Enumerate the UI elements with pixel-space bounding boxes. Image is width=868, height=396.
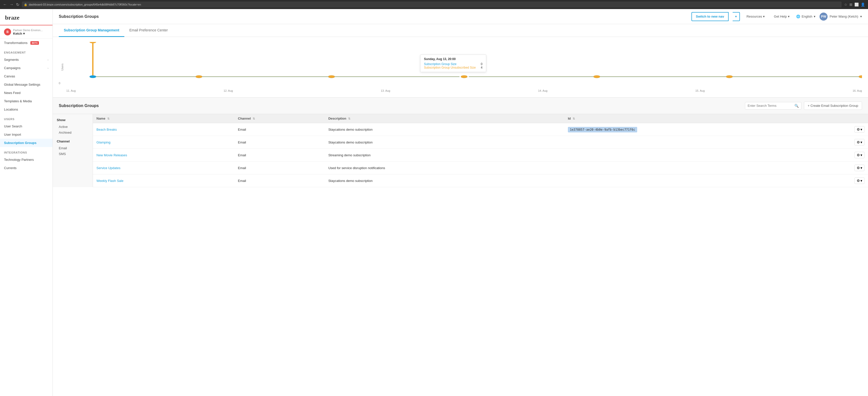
create-email-subscription-group-button[interactable]: + Create Email Subscription Group (804, 101, 862, 110)
row-gear-button[interactable]: ⚙ ▾ (855, 126, 865, 133)
browser-url-bar: 🔒 dashboard-03.braze.com/users/subscript… (22, 1, 842, 7)
language-chevron-icon: ▾ (814, 14, 815, 18)
table-layout: Show Active Archived Channel Email SMS (53, 114, 868, 187)
sidebar-item-news-feed[interactable]: News Feed (0, 89, 53, 97)
svg-point-15 (859, 75, 862, 78)
search-icon: 🔍 (795, 104, 799, 108)
extension-icon[interactable]: ⊞ (849, 2, 852, 6)
switch-nav-dropdown-button[interactable]: ▾ (733, 12, 740, 21)
row-gear-button[interactable]: ⚙ ▾ (855, 139, 865, 146)
subscription-groups-table: Name ⇅ Channel ⇅ Description (93, 114, 868, 187)
gear-dropdown-icon: ▾ (861, 140, 862, 144)
sidebar-item-subscription-groups[interactable]: Subscription Groups (0, 139, 53, 147)
chevron-right-icon: › (48, 58, 49, 61)
filter-option-sms[interactable]: SMS (57, 151, 89, 157)
x-label-4: 15. Aug (695, 89, 705, 92)
language-button[interactable]: 🌐 English ▾ (796, 14, 816, 18)
filter-option-email[interactable]: Email (57, 145, 89, 151)
svg-point-9 (89, 42, 96, 43)
sidebar-label-technology-partners: Technology Partners (4, 158, 34, 161)
workspace-label: Ketch ▾ (13, 32, 49, 35)
workspace-dropdown-icon: ▾ (23, 32, 25, 35)
td-channel: Email (234, 136, 325, 149)
browser-refresh-button[interactable]: ↻ (16, 2, 19, 7)
td-description: Streaming demo subscription (325, 149, 564, 161)
sort-channel-icon[interactable]: ⇅ (253, 117, 255, 120)
browser-bar: ← → ↻ 🔒 dashboard-03.braze.com/users/sub… (0, 0, 868, 9)
switch-to-new-nav-button[interactable]: Switch to new nav (691, 12, 729, 21)
chart-section: Users 0 (53, 37, 868, 97)
subscription-group-name-link[interactable]: Weekly Flash Sale (96, 179, 123, 183)
sidebar-item-locations[interactable]: Locations (0, 105, 53, 114)
sidebar-label-segments: Segments (4, 58, 19, 62)
td-id (564, 174, 851, 187)
sidebar-item-canvas[interactable]: Canvas (0, 72, 53, 81)
sort-id-icon[interactable]: ⇅ (572, 117, 575, 120)
browser-back-button[interactable]: ← (3, 2, 7, 7)
table-section-title: Subscription Groups (59, 103, 745, 108)
subscription-group-name-link[interactable]: Beach Breaks (96, 128, 117, 131)
row-gear-button[interactable]: ⚙ ▾ (855, 164, 865, 171)
td-description: Staycations demo subscription (325, 136, 564, 149)
sidebar-item-global-message-settings[interactable]: Global Message Settings (0, 81, 53, 89)
row-gear-button[interactable]: ⚙ ▾ (855, 177, 865, 184)
table-row: GlampingEmailStaycations demo subscripti… (93, 136, 868, 149)
row-gear-button[interactable]: ⚙ ▾ (855, 152, 865, 158)
user-name: Peter Wang (Ketch) (830, 14, 858, 18)
sidebar-label-templates-media: Templates & Media (4, 99, 32, 103)
browser-toolbar-icons: ☆ ⊞ ⬜ 👤 (844, 2, 865, 6)
sidebar-item-technology-partners[interactable]: Technology Partners (0, 156, 53, 164)
svg-point-11 (328, 75, 335, 78)
chart-container: Users 0 (59, 42, 862, 92)
user-menu-button[interactable]: PW Peter Wang (Ketch) ▾ (819, 12, 862, 21)
td-description: Staycations demo subscription (325, 123, 564, 136)
td-description: Used for service disruption notification… (325, 161, 564, 174)
sort-description-icon[interactable]: ⇅ (348, 117, 350, 120)
subscription-group-name-link[interactable]: Service Updates (96, 166, 120, 170)
sidebar-section-integrations: INTEGRATIONS (0, 147, 53, 156)
sidebar-item-transformations[interactable]: Transformations BETA (0, 39, 53, 47)
sidebar-item-user-import[interactable]: User Import (0, 130, 53, 139)
sidebar-item-templates-media[interactable]: Templates & Media (0, 97, 53, 105)
sort-name-icon[interactable]: ⇅ (107, 117, 110, 120)
browser-lock-icon: 🔒 (24, 3, 27, 6)
sidebar-item-segments[interactable]: Segments › (0, 56, 53, 64)
search-input[interactable] (748, 104, 793, 108)
browser-forward-button[interactable]: → (9, 2, 13, 7)
profile-icon[interactable]: 👤 (861, 2, 865, 6)
svg-point-2 (89, 75, 96, 78)
table-row: Beach BreaksEmailStaycations demo subscr… (93, 123, 868, 136)
sidebar-label-global-message-settings: Global Message Settings (4, 83, 40, 86)
table-row: Service UpdatesEmailUsed for service dis… (93, 161, 868, 174)
tooltip-unsubscribed-label: Subscription Group Unsubscribed Size (424, 66, 476, 69)
get-help-button[interactable]: Get Help ▾ (771, 13, 792, 20)
sidebar-label-news-feed: News Feed (4, 91, 21, 95)
table-head: Name ⇅ Channel ⇅ Description (93, 114, 868, 123)
tooltip-subscription-value: 0 (481, 62, 483, 66)
sidebar-item-campaigns[interactable]: Campaigns › (0, 64, 53, 72)
resources-button[interactable]: Resources ▾ (744, 13, 767, 20)
td-id (564, 149, 851, 161)
td-id (564, 161, 851, 174)
sidebar-workspace-selector[interactable]: B Partner Demo Environ... Ketch ▾ (0, 25, 53, 39)
sidebar-item-user-search[interactable]: User Search (0, 122, 53, 130)
filter-option-active[interactable]: Active (57, 124, 89, 130)
window-icon[interactable]: ⬜ (855, 2, 859, 6)
td-channel: Email (234, 174, 325, 187)
tab-bar: Subscription Group Management Email Pref… (53, 24, 868, 37)
tab-subscription-group-management[interactable]: Subscription Group Management (59, 24, 124, 37)
subscription-group-name-link[interactable]: Glamping (96, 141, 111, 144)
sidebar-label-campaigns: Campaigns (4, 66, 21, 70)
subscription-group-name-link[interactable]: New Movie Releases (96, 153, 127, 157)
gear-dropdown-icon: ▾ (861, 179, 862, 183)
x-label-1: 12. Aug (223, 89, 233, 92)
filter-option-archived[interactable]: Archived (57, 130, 89, 135)
tab-email-preference-center[interactable]: Email Preference Center (124, 24, 173, 37)
sidebar-label-user-search: User Search (4, 124, 22, 128)
col-header-actions (851, 114, 868, 123)
bookmark-icon[interactable]: ☆ (844, 2, 847, 6)
main-content: Subscription Group Management Email Pref… (53, 24, 868, 396)
sidebar-item-currents[interactable]: Currents (0, 164, 53, 172)
table-header-row: Name ⇅ Channel ⇅ Description (93, 114, 868, 123)
tooltip-subscription-label: Subscription Group Size (424, 62, 456, 66)
